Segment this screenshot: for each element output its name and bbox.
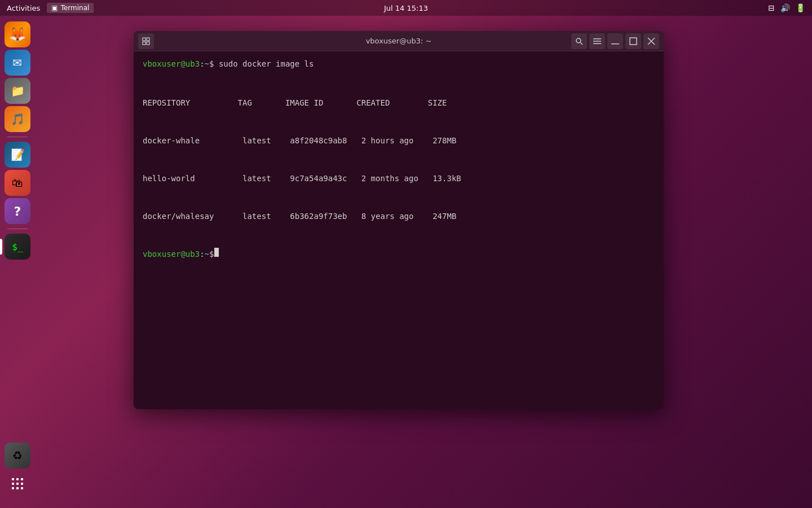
terminal-window: vboxuser@ub3: ~	[134, 31, 664, 409]
sidebar-item-mail[interactable]: ✉	[5, 50, 30, 76]
sidebar-dock: 🦊 ✉ 📁 🎵 📝 🛍 ? $_ ♻	[0, 16, 35, 508]
prompt-colon: :	[200, 58, 204, 70]
svg-rect-15	[593, 38, 601, 40]
close-button[interactable]	[643, 33, 659, 49]
sidebar-item-terminal[interactable]: $_	[5, 234, 30, 260]
active-prompt-user: vboxuser@ub3	[143, 248, 200, 260]
active-path: ~	[205, 248, 209, 260]
titlebar-left	[138, 33, 154, 49]
created-3: 8 years ago	[361, 212, 433, 221]
terminal-title: vboxuser@ub3: ~	[366, 37, 432, 45]
top-bar-left: Activities ▣ Terminal	[7, 3, 94, 13]
repo-3: docker/whalesay	[143, 212, 242, 221]
svg-rect-12	[147, 42, 149, 45]
sidebar-item-appstore[interactable]: 🛍	[5, 170, 30, 196]
terminal-icon: $_	[12, 242, 23, 252]
svg-rect-17	[593, 43, 601, 44]
terminal-titlebar: vboxuser@ub3: ~	[134, 31, 664, 51]
active-prompt-line: vboxuser@ub3:~$	[143, 248, 655, 260]
svg-rect-6	[12, 487, 14, 489]
svg-rect-5	[21, 483, 23, 485]
tag-2: latest	[242, 174, 290, 183]
search-button[interactable]	[571, 33, 587, 49]
svg-rect-1	[16, 478, 19, 480]
prompt-dollar: $	[209, 58, 219, 70]
terminal-content[interactable]: vboxuser@ub3:~$ sudo docker image ls REP…	[134, 51, 664, 409]
svg-rect-8	[21, 487, 23, 489]
cursor-block	[214, 248, 219, 257]
terminal-taskbar-label: Terminal	[61, 4, 90, 12]
tag-1: latest	[242, 136, 290, 145]
new-tab-button[interactable]	[138, 33, 154, 49]
trash-icon: ♻	[12, 449, 23, 462]
svg-rect-11	[143, 42, 145, 45]
command-text: sudo docker image ls	[219, 58, 314, 70]
docker-output: REPOSITORY TAG IMAGE ID CREATED SIZE doc…	[143, 71, 655, 248]
activities-button[interactable]: Activities	[7, 4, 40, 12]
sidebar-item-music[interactable]: 🎵	[5, 106, 30, 132]
svg-rect-4	[16, 483, 19, 485]
files-icon: 📁	[11, 84, 25, 98]
terminal-taskbar-icon: ▣	[51, 4, 58, 12]
col-tag: TAG	[238, 98, 285, 107]
svg-rect-19	[630, 38, 637, 45]
dock-separator-1	[7, 137, 28, 137]
top-bar-datetime: Jul 14 15:13	[384, 4, 428, 12]
size-1: 278MB	[433, 136, 456, 145]
dock-bottom: ♻	[5, 443, 30, 497]
active-colon: :	[200, 248, 204, 260]
sidebar-item-help[interactable]: ?	[5, 198, 30, 224]
created-2: 2 months ago	[361, 174, 433, 183]
table-header-row: REPOSITORY TAG IMAGE ID CREATED SIZE	[143, 97, 655, 109]
music-icon: 🎵	[11, 112, 25, 126]
volume-icon: 🔊	[780, 3, 790, 12]
col-size: SIZE	[428, 98, 447, 107]
svg-rect-3	[12, 483, 14, 485]
top-bar-right: ⊟ 🔊 🔋	[768, 3, 805, 12]
minimize-button[interactable]	[607, 33, 623, 49]
size-2: 13.3kB	[433, 174, 461, 183]
svg-point-13	[576, 38, 581, 43]
svg-rect-7	[16, 487, 19, 489]
sidebar-item-trash[interactable]: ♻	[5, 443, 30, 468]
svg-rect-2	[21, 478, 23, 480]
id-2: 9c7a54a9a43c	[290, 174, 361, 183]
size-3: 247MB	[433, 212, 456, 221]
maximize-button[interactable]	[625, 33, 641, 49]
table-row: docker-whale latest a8f2048c9ab8 2 hours…	[143, 134, 655, 147]
svg-line-14	[581, 42, 583, 45]
prompt-user: vboxuser@ub3	[143, 58, 200, 70]
svg-rect-9	[143, 38, 145, 41]
repo-1: docker-whale	[143, 136, 242, 145]
id-1: a8f2048c9ab8	[290, 136, 361, 145]
mail-icon: ✉	[13, 56, 23, 69]
svg-rect-16	[593, 41, 601, 42]
titlebar-controls	[571, 33, 659, 49]
battery-icon: 🔋	[796, 3, 805, 12]
sidebar-item-files[interactable]: 📁	[5, 78, 30, 104]
id-3: 6b362a9f73eb	[290, 212, 361, 221]
firefox-icon: 🦊	[9, 27, 26, 42]
dock-separator-2	[7, 229, 28, 229]
sidebar-item-writer[interactable]: 📝	[5, 142, 30, 168]
tag-3: latest	[242, 212, 290, 221]
help-icon: ?	[14, 204, 21, 218]
col-created: CREATED	[356, 98, 427, 107]
repo-2: hello-world	[143, 174, 242, 183]
col-repository: REPOSITORY	[143, 98, 238, 107]
table-row: docker/whalesay latest 6b362a9f73eb 8 ye…	[143, 210, 655, 222]
col-imageid: IMAGE ID	[285, 98, 356, 107]
writer-icon: 📝	[11, 148, 25, 161]
svg-rect-0	[12, 478, 14, 480]
table-row: hello-world latest 9c7a54a9a43c 2 months…	[143, 172, 655, 185]
grid-icon	[11, 477, 24, 491]
sidebar-item-firefox[interactable]: 🦊	[5, 21, 30, 47]
appstore-icon: 🛍	[12, 176, 23, 190]
show-apps-button[interactable]	[5, 471, 30, 497]
menu-button[interactable]	[589, 33, 605, 49]
network-icon: ⊟	[768, 3, 775, 12]
terminal-taskbar-item[interactable]: ▣ Terminal	[47, 3, 94, 13]
svg-rect-18	[611, 43, 619, 45]
prompt-path: ~	[205, 58, 209, 70]
active-dollar: $	[209, 248, 214, 260]
